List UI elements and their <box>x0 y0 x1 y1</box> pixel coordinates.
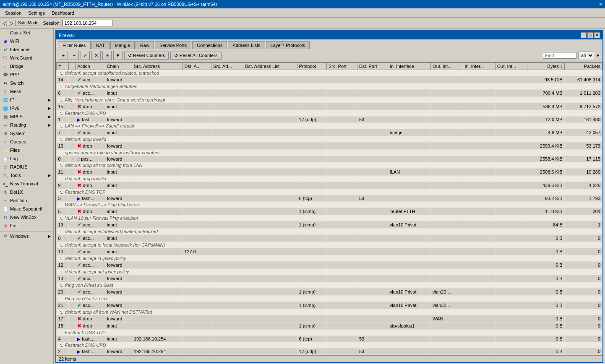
maximize-button[interactable]: □ <box>587 32 593 38</box>
sidebar-item-mesh[interactable]: ⬡ Mesh <box>0 87 53 96</box>
find-input[interactable] <box>543 52 576 59</box>
table-row[interactable]: 2▶ fastt...forward192.168.10.25417 (udp)… <box>57 348 602 355</box>
sidebar-label-wireguard: WireGuard <box>10 55 32 60</box>
sidebar-label-files: Files <box>10 148 20 153</box>
col-bytes[interactable]: Bytes ↕ <box>527 63 564 70</box>
table-row[interactable]: 19✔ acc...input1 (icmp)vlan10 Privat84 B… <box>57 221 602 229</box>
col-src-port[interactable]: Src. Port <box>326 63 357 70</box>
table-row[interactable]: 17✖ dropforwardWAN0 B0 <box>57 315 602 322</box>
tab-raw[interactable]: Raw <box>136 41 154 49</box>
sidebar-item-switch[interactable]: ⇆ Switch <box>0 79 53 87</box>
sidebar-item-ipv6[interactable]: 🌐 IPv6 ▶ <box>0 104 53 112</box>
sidebar-item-ip[interactable]: 🌐 IP ▶ <box>0 96 53 104</box>
sidebar-item-wifi[interactable]: ◉ WiFi <box>0 37 53 45</box>
table-row[interactable]: 15✖ dropinput586.4 MB9 713 572 <box>57 103 602 110</box>
add-button[interactable]: + <box>59 51 68 60</box>
col-flag[interactable] <box>69 63 76 70</box>
sidebar-item-tools[interactable]: 🔧 Tools ▶ <box>0 171 53 179</box>
rules-table-container[interactable]: # Action Chain Src. Address Dst. A... Sr… <box>56 62 602 355</box>
table-row[interactable]: 6✔ acc...input700.4 MB1 011 203 <box>57 90 602 97</box>
table-row[interactable]: 14✔ acc...forward98.5 GiB61 408 314 <box>57 76 602 83</box>
tab-layer7[interactable]: Layer7 Protocols <box>266 41 310 49</box>
sidebar-item-mpls[interactable]: ▦ MPLS ▶ <box>0 112 53 121</box>
col-out-int1[interactable]: Out. Int... <box>431 63 463 70</box>
sidebar-item-system[interactable]: ⚙ System <box>0 129 53 138</box>
table-row[interactable]: 0D□ pas...forward2558.4 KiB17 115 <box>57 156 602 162</box>
table-row[interactable]: 7✔ acc...inputbridge4.8 MB43 057 <box>57 129 602 136</box>
comment-row: ::: WAN => Firewall => Ping blockieren <box>57 202 602 208</box>
title-bar: admin@192.168.10.254 (MT_RB5009_FTTH_Rou… <box>0 0 605 8</box>
sidebar-item-partition[interactable]: ▪ Partition <box>0 196 53 205</box>
sidebar-item-dot1x[interactable]: ① Dot1X <box>0 188 53 196</box>
back-icon[interactable]: ◁ <box>3 20 7 26</box>
col-in-iface[interactable]: In. Interface <box>388 63 430 70</box>
table-row[interactable]: 8✔ acc...input0 B0 <box>57 235 602 242</box>
table-row[interactable]: 12✔ acc...forward0 B0 <box>57 262 602 269</box>
sidebar-item-routing[interactable]: ↔ Routing ▶ <box>0 121 53 129</box>
session-input[interactable] <box>63 20 113 26</box>
table-row[interactable]: 10✔ acc...input127.0....0 B0 <box>57 248 602 255</box>
col-num[interactable]: # <box>57 63 69 70</box>
sidebar-item-new-winbox[interactable]: □ New WinBox <box>0 213 53 221</box>
tab-service-ports[interactable]: Service Ports <box>155 41 191 49</box>
sidebar-item-bridge[interactable]: ⌂ Bridge <box>0 62 53 70</box>
forward-icon[interactable]: ▷ <box>9 20 13 26</box>
col-action[interactable]: Action <box>76 63 105 70</box>
col-dst-addr[interactable]: Dst. A... <box>183 63 211 70</box>
disable-button[interactable]: ✕ <box>91 51 101 60</box>
sidebar-item-log[interactable]: 📋 Log <box>0 154 53 163</box>
minimize-button[interactable]: _ <box>581 32 587 38</box>
col-src-ad[interactable]: Src. Ad... <box>211 63 243 70</box>
tab-mangle[interactable]: Mangle <box>110 41 135 49</box>
enable-button[interactable]: ✓ <box>81 51 90 60</box>
tab-nat[interactable]: NAT <box>91 41 110 49</box>
menu-settings[interactable]: Settings <box>25 10 48 16</box>
table-row[interactable]: 1▶ fastt...forward17 (udp)5312.0 MB161 4… <box>57 117 602 123</box>
safe-mode-button[interactable]: Safe Mode <box>15 20 41 26</box>
col-in-inter[interactable]: In. Inter... <box>463 63 495 70</box>
dropdown-arrow-icon[interactable]: ▼ <box>596 53 600 58</box>
sidebar-item-make-supout[interactable]: 📄 Make Supout.rif <box>0 205 53 213</box>
tab-filter-rules[interactable]: Filter Rules <box>58 41 91 49</box>
table-row[interactable]: 9✖ dropinput439.6 KiB4 225 <box>57 182 602 189</box>
table-row[interactable]: 4▶ fastt...input192.168.10.2546 (tcp)530… <box>57 336 602 342</box>
sidebar-item-interfaces[interactable]: ⇌ Interfaces <box>0 45 53 54</box>
col-dst-addr-list[interactable]: Dst. Address List <box>243 63 297 70</box>
table-row[interactable]: 3▶ fastt...forward6 (tcp)5393.2 KiB1 793 <box>57 195 602 202</box>
table-row[interactable]: 20✔ acc...forward1 (icmp)vlan10 Privatvl… <box>57 289 602 296</box>
sidebar-item-files[interactable]: 📁 Files <box>0 146 53 154</box>
title-close[interactable]: ✕ <box>599 2 602 7</box>
sidebar-item-windows[interactable]: ⧉ Windows ▶ <box>0 232 53 240</box>
col-chain[interactable]: Chain <box>105 63 132 70</box>
table-row[interactable]: 21✔ acc...forward1 (icmp)vlan10 Privatvl… <box>57 302 602 309</box>
sidebar-item-queues[interactable]: ≡ Queues <box>0 138 53 146</box>
col-protocol[interactable]: Protocol <box>297 63 326 70</box>
col-dst-port[interactable]: Dst. Port <box>357 63 388 70</box>
menu-dashboard[interactable]: Dashboard <box>48 10 78 16</box>
col-src-addr[interactable]: Src. Address <box>132 63 183 70</box>
remove-button[interactable]: − <box>70 51 79 60</box>
col-out-int2[interactable]: Out. Int... <box>495 63 527 70</box>
tab-address-lists[interactable]: Address Lists <box>228 41 265 49</box>
sidebar-item-wireguard[interactable]: 🛡 WireGuard <box>0 54 53 62</box>
close-button[interactable]: ✕ <box>594 32 600 38</box>
sidebar-item-exit[interactable]: ✕ Exit <box>0 221 53 230</box>
table-row[interactable]: 16✖ dropforward2599.4 KiB53 179 <box>57 143 602 150</box>
col-packets[interactable]: Packets <box>564 63 602 70</box>
tab-connections[interactable]: Connections <box>192 41 227 49</box>
table-row[interactable]: 18✖ dropinput1 (icmp)sfp-sfpplus10 B0 <box>57 322 602 330</box>
sidebar-item-new-terminal[interactable]: >_ New Terminal <box>0 179 53 188</box>
table-row[interactable]: 13✔ acc...forward0 B0 <box>57 275 602 282</box>
filter-button[interactable]: ▼ <box>113 51 123 60</box>
sidebar-item-radius[interactable]: ◎ RADIUS <box>0 163 53 171</box>
menu-session[interactable]: Session <box>2 10 25 16</box>
reset-counters-button[interactable]: ↺ Reset Counters <box>124 52 169 60</box>
sidebar-item-ppp[interactable]: ☎ PPP <box>0 70 53 79</box>
find-select[interactable]: all <box>578 52 594 59</box>
sidebar-item-quick-set[interactable]: ⚡ Quick Set <box>0 29 53 37</box>
copy-button[interactable]: ⎘ <box>102 51 112 60</box>
reset-all-counters-button[interactable]: ↺ Reset All Counters <box>170 52 221 60</box>
reset-counters-label: Reset Counters <box>133 53 165 58</box>
table-row[interactable]: 11✖ dropinput!LAN2508.6 KiB19 280 <box>57 169 602 176</box>
table-row[interactable]: 5✖ dropinput1 (icmp)Teutel-FTTH11.0 KiB2… <box>57 208 602 215</box>
